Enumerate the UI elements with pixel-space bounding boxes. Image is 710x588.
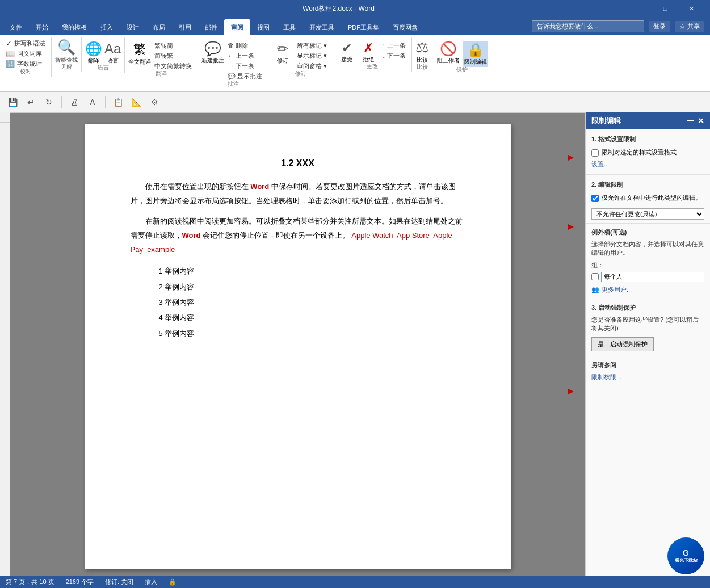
login-button[interactable]: 登录 [649, 21, 670, 32]
group-label-jiaodui: 校对 [20, 68, 31, 75]
doc-title: 1.2 XXX [131, 158, 465, 169]
btn-prev-comment[interactable]: ← 上一条 [225, 51, 264, 61]
btn-show-markup[interactable]: 显示标记 ▾ [295, 51, 329, 61]
status-insert: 插入 [145, 578, 157, 586]
list-item-4: 4 举例内容 [159, 310, 465, 325]
restrict-edit-dropdown[interactable]: 不允许任何更改(只读) 批注 填写窗体 修订 [591, 208, 704, 220]
btn-all-markup[interactable]: 所有标记 ▾ [295, 41, 329, 51]
restrict-limit-rights-link[interactable]: 限制权限... [591, 373, 704, 381]
btn-new-comment[interactable]: 💬 新建批注 [201, 41, 224, 65]
btn-prev-change[interactable]: ↑ 上一条 [380, 41, 408, 51]
status-words: 2169 个字 [66, 578, 94, 586]
tab-start[interactable]: 开始 [29, 19, 55, 35]
btn-block-author[interactable]: 🚫 阻止作者 [436, 41, 461, 65]
btn-translate[interactable]: 🌐 翻译 [85, 41, 102, 65]
tab-tools[interactable]: 工具 [276, 19, 303, 35]
group-label-baohu: 保护 [456, 66, 468, 74]
group-gengduo: ✔ 接受 ✗ 拒绝 ↑ 上一条 ↓ 下一条 更改 [333, 37, 412, 72]
group-label-gengduo: 更改 [367, 62, 378, 70]
toolbar-sep-1 [61, 96, 62, 108]
group-label-fanyi: 翻译 [156, 70, 167, 78]
tab-mail[interactable]: 邮件 [198, 19, 224, 35]
watermark-text: 极光下载站 [675, 557, 698, 564]
restrict-enforce-button[interactable]: 是，启动强制保护 [591, 337, 654, 351]
restrict-edit-checkbox[interactable] [591, 195, 599, 202]
btn-restrict-editing[interactable]: 🔒 限制编辑 [463, 41, 488, 67]
ribbon-tabs: 文件 开始 我的模板 插入 设计 布局 引用 邮件 审阅 视图 工具 开发工具 … [0, 17, 425, 35]
restrict-everyone-checkbox[interactable] [591, 273, 599, 280]
restrict-editing-panel: 限制编辑 — ✕ 1. 格式设置限制 限制对选定的样式设置格式 设置... 2.… [585, 112, 710, 580]
btn-track-changes[interactable]: ✏ 修订 [272, 41, 293, 65]
window-controls: ─ □ ✕ [626, 0, 704, 17]
close-button[interactable]: ✕ [678, 0, 704, 17]
status-bar: 第 7 页，共 10 页 2169 个字 修订: 关闭 插入 🔒 [0, 576, 710, 588]
tab-layout[interactable]: 布局 [146, 19, 172, 35]
window-title: Word教程2.docx - Word [51, 4, 626, 14]
btn-reject[interactable]: ✗ 拒绝 [358, 41, 379, 64]
status-lock-icon: 🔒 [169, 578, 177, 586]
list-item-1: 1 举例内容 [159, 263, 465, 279]
tab-reference[interactable]: 引用 [172, 19, 198, 35]
restrict-edit-label: 仅允许在文档中进行此类型的编辑。 [602, 194, 701, 202]
btn-spellcheck[interactable]: ✓ 拼写和语法 [3, 39, 48, 48]
restrict-also-see-title: 另请参阅 [591, 361, 704, 369]
document-area: |61| |41| |21| |2| |6| |16| |22| |24| |2… [10, 112, 585, 580]
restrict-more-users[interactable]: 👥 更多用户... [591, 285, 704, 294]
status-page: 第 7 页，共 10 页 [6, 578, 54, 586]
paste-btn[interactable]: 📋 [110, 95, 126, 110]
restrict-format-checkbox[interactable] [591, 149, 599, 157]
word-highlight-2: Word [182, 231, 201, 240]
maximize-button[interactable]: □ [652, 0, 678, 17]
btn-next-comment[interactable]: → 下一条 [225, 61, 264, 71]
format-btn[interactable]: A [85, 95, 100, 110]
undo-btn[interactable]: ↩ [23, 95, 39, 110]
restrict-format-settings-link[interactable]: 设置... [591, 160, 704, 169]
ruler-btn[interactable]: 📐 [128, 95, 144, 110]
restrict-section-1-title: 1. 格式设置限制 [591, 135, 704, 144]
apple-watch-text: Apple Watch [351, 231, 393, 240]
toolbar-sep-2 [105, 96, 106, 108]
btn-next-change[interactable]: ↓ 下一条 [380, 51, 408, 61]
tab-design[interactable]: 设计 [120, 19, 146, 35]
restrict-panel-expand[interactable]: — [687, 116, 694, 125]
btn-full-translate[interactable]: 繁 全文翻译 [128, 41, 151, 66]
tab-mytemplate[interactable]: 我的模板 [55, 19, 94, 35]
btn-accept[interactable]: ✔ 接受 [337, 41, 357, 64]
restrict-panel-close[interactable]: ✕ [698, 116, 704, 125]
doc-list: 1 举例内容 2 举例内容 3 举例内容 4 举例内容 5 举例内容 [159, 263, 465, 341]
list-item-5: 5 举例内容 [159, 326, 465, 341]
restrict-everyone-input[interactable] [601, 272, 704, 282]
restrict-exceptions-title: 例外项(可选) [591, 228, 704, 237]
restrict-enforce-desc: 您是否准备应用这些设置? (您可以稍后将其关闭) [591, 316, 704, 333]
example-text: example [147, 245, 175, 254]
share-button[interactable]: ☆ 共享 [675, 21, 704, 32]
btn-delete-comment[interactable]: 🗑 删除 [225, 41, 264, 51]
redo-btn[interactable]: ↻ [41, 95, 57, 110]
save-btn[interactable]: 💾 [5, 95, 20, 110]
restrict-everyone-row [591, 272, 704, 282]
print-btn[interactable]: 🖨 [66, 95, 82, 110]
restrict-group-label: 组： [591, 261, 704, 270]
watermark-container: G 极光下载站 [586, 532, 710, 580]
tab-insert[interactable]: 插入 [94, 19, 120, 35]
group-bijiao: ⚖ 比较 比较 [412, 37, 432, 72]
tab-developer[interactable]: 开发工具 [303, 19, 341, 35]
btn-jian-to-fan[interactable]: 简转繁 [152, 51, 194, 61]
ribbon-search[interactable]: 告诉我您想要做什么... [532, 20, 644, 32]
tab-review[interactable]: 审阅 [224, 19, 250, 35]
tab-pdf[interactable]: PDF工具集 [341, 19, 386, 35]
doc-paragraph-1: 使用在需要位置出现的新按钮在 Word 中保存时间。若要更改图片适应文档的方式，… [131, 180, 465, 208]
document-page[interactable]: 1.2 XXX 使用在需要位置出现的新按钮在 Word 中保存时间。若要更改图片… [85, 124, 511, 569]
tab-baidu[interactable]: 百度网盘 [386, 19, 425, 35]
btn-thesaurus[interactable]: 📖 同义词库 [3, 49, 48, 58]
page-container: 1.2 XXX 使用在需要位置出现的新按钮在 Word 中保存时间。若要更改图片… [10, 113, 585, 580]
group-label-jianyi: 见解 [61, 63, 72, 71]
btn-fan-to-jian[interactable]: 繁转简 [152, 41, 194, 51]
btn-language[interactable]: Aa 语言 [104, 41, 121, 65]
tab-view[interactable]: 视图 [250, 19, 276, 35]
ruler-horizontal: |61| |41| |21| |2| |6| |16| |22| |24| |2… [10, 112, 585, 113]
misc-btn[interactable]: ⚙ [146, 95, 162, 110]
minimize-button[interactable]: ─ [626, 0, 652, 17]
restrict-enforce-section: 3. 启动强制保护 您是否准备应用这些设置? (您可以稍后将其关闭) 是，启动强… [586, 299, 710, 357]
tab-file[interactable]: 文件 [3, 19, 29, 35]
